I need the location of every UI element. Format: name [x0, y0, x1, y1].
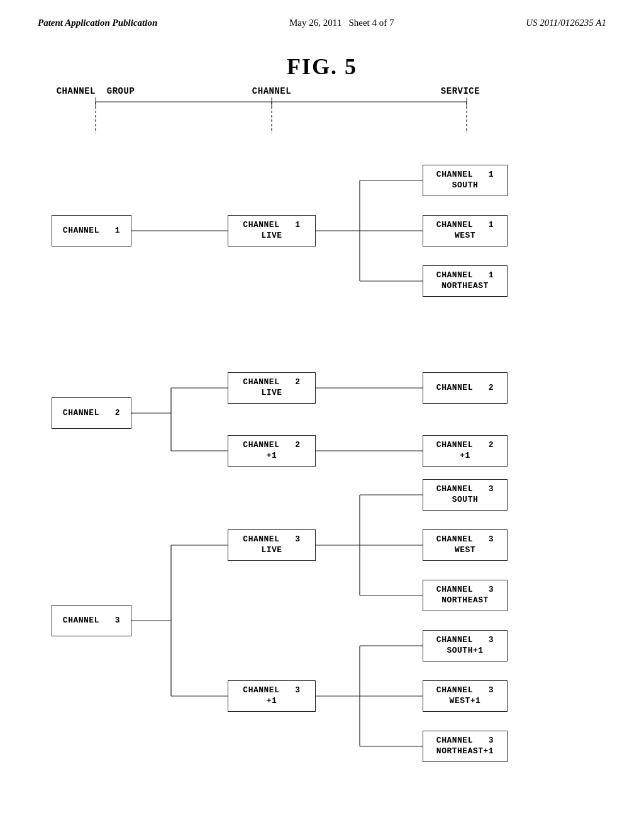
- col-header-group: CHANNEL GROUP: [52, 86, 140, 96]
- service-box-1-west: CHANNEL 1WEST: [423, 215, 508, 246]
- service-box-2: CHANNEL 2: [423, 372, 508, 404]
- header-left: Patent Application Publication: [38, 18, 157, 28]
- service-box-2-plus1: CHANNEL 2+1: [423, 435, 508, 467]
- service-box-3-west1: CHANNEL 3WEST+1: [423, 680, 508, 712]
- header-right: US 2011/0126235 A1: [526, 18, 606, 28]
- service-box-3-northeast1: CHANNEL 3NORTHEAST+1: [423, 731, 508, 762]
- header-center: May 26, 2011 Sheet 4 of 7: [289, 18, 394, 28]
- service-box-3-south1: CHANNEL 3SOUTH+1: [423, 630, 508, 661]
- page-header: Patent Application Publication May 26, 2…: [0, 0, 644, 28]
- service-box-3-west: CHANNEL 3WEST: [423, 529, 508, 561]
- service-box-1-south: CHANNEL 1SOUTH: [423, 165, 508, 196]
- group-box-channel2: CHANNEL 2: [52, 397, 131, 429]
- channel-box-2-live: CHANNEL 2LIVE: [228, 372, 316, 404]
- service-box-3-northeast: CHANNEL 3NORTHEAST: [423, 580, 508, 611]
- group-box-channel3: CHANNEL 3: [52, 605, 131, 636]
- service-box-3-south: CHANNEL 3SOUTH: [423, 479, 508, 511]
- col-header-channel: CHANNEL: [234, 86, 309, 96]
- group-box-channel1: CHANNEL 1: [52, 215, 131, 246]
- col-header-service: SERVICE: [429, 86, 492, 96]
- channel-box-3-plus1: CHANNEL 3+1: [228, 680, 316, 712]
- service-box-1-northeast: CHANNEL 1NORTHEAST: [423, 265, 508, 297]
- channel-box-2-plus1: CHANNEL 2+1: [228, 435, 316, 467]
- diagram-area: CHANNEL GROUP CHANNEL SERVICE CHANNEL 1 …: [33, 80, 611, 772]
- figure-title: FIG. 5: [0, 53, 644, 80]
- channel-box-3-live: CHANNEL 3LIVE: [228, 529, 316, 561]
- channel-box-1-live: CHANNEL 1LIVE: [228, 215, 316, 246]
